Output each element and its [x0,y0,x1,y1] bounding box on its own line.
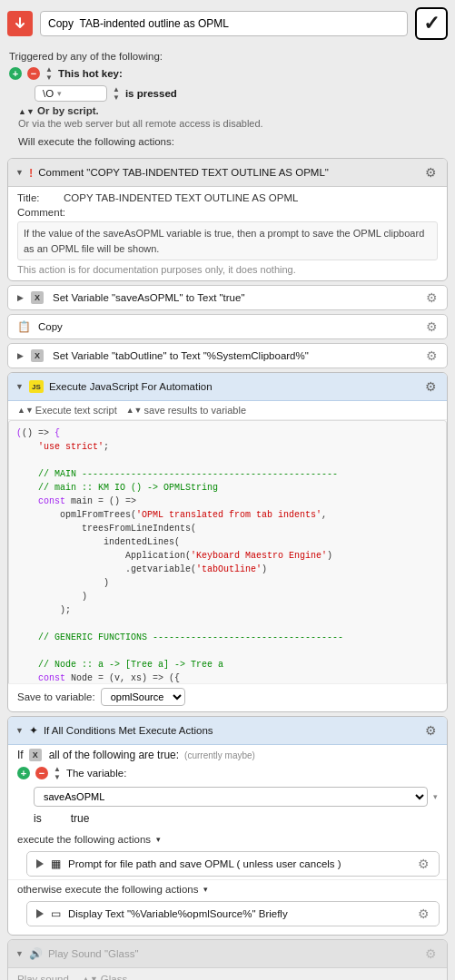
is-value: true [71,812,90,825]
is-row: is true [8,810,447,830]
display-sub-action: ▭ Display Text "%Variable%opmlSource%" B… [26,901,440,926]
js-action-block: ▼ JS Execute JavaScript For Automation ⚙… [7,372,448,712]
hotkey-value: \O [43,88,54,99]
save-var-label: Save to variable: [17,691,95,702]
play-sound-body: Play sound ▲▼ Glass out device ▲▼ Sound … [8,968,447,980]
otherwise-row: otherwise execute the following actions … [8,879,447,898]
or-script-row: ▲▼ Or by script. [18,105,446,116]
comment-gear-button[interactable]: ⚙ [421,163,440,181]
trigger-section: Triggered by any of the following: + − ▲… [0,47,455,154]
js-title: Execute JavaScript For Automation [49,381,416,392]
comment-text: If the value of the saveAsOPML variable … [17,221,438,260]
if-gear-button[interactable]: ⚙ [421,721,440,740]
js-action-header: ▼ JS Execute JavaScript For Automation ⚙ [8,373,447,401]
will-execute-label: Will execute the following actions: [9,132,446,151]
exec-script-label: Execute text script [35,405,117,416]
hotkey-dropdown-icon[interactable]: ▾ [57,89,62,98]
reorder-condition-button[interactable]: ▲▼ [54,765,61,781]
play-icon-prompt [36,859,44,868]
play-sound-value: ▲▼ Glass [82,974,127,980]
remove-trigger-button[interactable]: − [27,67,40,80]
set-var2-icon: X [31,349,44,362]
comment-toggle[interactable]: ▼ [15,168,24,177]
prompt-gear-button[interactable]: ⚙ [418,857,430,871]
variable-select[interactable]: saveAsOPML [34,787,428,807]
set-var2-toggle[interactable]: ▶ [17,351,24,360]
hotkey-modifier-button[interactable]: ▲▼ [113,85,120,102]
if-action-block: ▼ ✦ If All Conditions Met Execute Action… [7,716,448,936]
js-gear-button[interactable]: ⚙ [421,377,440,396]
is-pressed-label: is pressed [125,88,177,99]
down-arrow-button[interactable] [7,11,33,36]
exec-options-row: ▲▼ Execute text script ▲▼ save results t… [8,401,447,420]
speaker-icon: 🔊 [29,947,43,960]
title-value: COPY TAB-INDENTED TEXT OUTLINE AS OPML [64,192,298,203]
save-var-select[interactable]: opmlSource [101,688,185,706]
otherwise-label: otherwise execute the following actions [17,884,198,895]
var-dropdown-icon[interactable]: ▾ [433,792,438,801]
star-icon: ✦ [29,724,38,737]
is-label: is [34,812,42,825]
set-var2-gear-button[interactable]: ⚙ [426,348,438,363]
play-sound-block: ▼ 🔊 Play Sound "Glass" ⚙ Play sound ▲▼ G… [7,939,448,980]
if-label: If [17,749,24,761]
if-condition-row: If X all of the following are true: (cur… [8,745,447,765]
js-toggle[interactable]: ▼ [15,382,24,391]
or-script-label: Or by script. [37,105,99,116]
save-results-label: save results to variable [144,405,247,416]
play-sound-gear-button[interactable]: ⚙ [421,945,440,963]
comment-label: Comment: [17,207,65,218]
play-icon-display [36,909,44,918]
otherwise-dropdown-icon[interactable]: ▾ [203,885,208,894]
prompt-icon: ▦ [51,858,61,870]
play-sound-toggle[interactable]: ▼ [15,949,24,958]
code-scroll-area[interactable]: (() => { 'use strict'; // MAIN ---------… [8,420,447,683]
play-sound-title: Play Sound "Glass" [48,948,416,959]
if-title: If All Conditions Met Execute Actions [44,725,416,736]
set-variable-1-block: ▶ X Set Variable "saveAsOPML" to Text "t… [7,285,448,310]
macro-title-input[interactable] [40,11,408,36]
display-icon: ▭ [51,907,61,920]
confirm-button[interactable]: ✓ [415,7,448,40]
reorder-trigger-button[interactable]: ▲▼ [45,65,53,82]
currently-label: (currently maybe) [184,750,255,760]
set-var1-toggle[interactable]: ▶ [17,293,24,302]
exec-script-option[interactable]: ▲▼ Execute text script [17,405,117,416]
comment-title: Comment "COPY TAB-INDENTED TEXT OUTLINE … [38,167,416,178]
variable-row: saveAsOPML ▾ [8,785,447,810]
play-sound-header: ▼ 🔊 Play Sound "Glass" ⚙ [8,940,447,968]
comment-action-block: ▼ ! Comment "COPY TAB-INDENTED TEXT OUTL… [7,158,448,281]
doc-note: This action is for documentation purpose… [17,264,438,275]
remove-condition-button[interactable]: − [35,767,48,779]
js-icon: JS [29,380,44,393]
check-icon: ✓ [423,12,440,35]
remote-disabled-label: Or via the web server but all remote acc… [18,118,446,129]
hotkey-section-label: This hot key: [58,68,123,79]
display-label: Display Text "%Variable%opmlSource%" Bri… [68,908,410,919]
execute-dropdown-icon[interactable]: ▾ [156,835,161,844]
comment-action-header: ▼ ! Comment "COPY TAB-INDENTED TEXT OUTL… [8,159,447,187]
execute-label: execute the following actions [17,834,151,845]
set-variable-2-block: ▶ X Set Variable "tabOutline" to Text "%… [7,343,448,368]
comment-action-body: Title: COPY TAB-INDENTED TEXT OUTLINE AS… [8,187,447,280]
add-condition-button[interactable]: + [17,767,30,779]
set-var1-label: Set Variable "saveAsOPML" to Text "true" [53,292,419,303]
code-block: (() => { 'use strict'; // MAIN ---------… [8,420,447,683]
display-gear-button[interactable]: ⚙ [418,906,430,921]
triggered-by-label: Triggered by any of the following: [9,51,446,62]
if-action-header: ▼ ✦ If All Conditions Met Execute Action… [8,717,447,745]
copy-gear-button[interactable]: ⚙ [426,319,438,334]
add-trigger-button[interactable]: + [9,67,22,80]
play-sound-label: Play sound [17,974,76,980]
prompt-label: Prompt for file path and save OPML ( unl… [68,858,410,869]
copy-label: Copy [38,321,419,332]
copy-action-block: 📋 Copy ⚙ [7,314,448,339]
save-results-option[interactable]: ▲▼ save results to variable [126,405,246,416]
set-var1-icon: X [31,291,44,304]
set-var2-label: Set Variable "tabOutline" to Text "%Syst… [53,350,419,361]
if-toggle[interactable]: ▼ [15,726,24,735]
if-x-icon: X [29,749,42,761]
set-var1-gear-button[interactable]: ⚙ [426,290,438,305]
top-bar: ✓ [0,0,455,47]
hotkey-field[interactable]: \O ▾ [35,85,107,102]
